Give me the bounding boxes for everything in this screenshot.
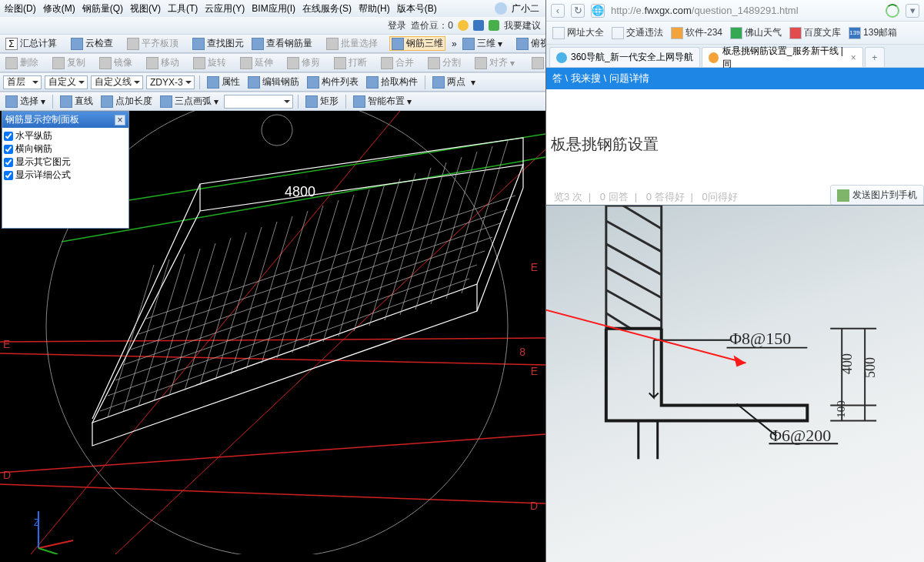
btn-extend[interactable]: 延伸 [238, 55, 275, 70]
url-prefix: http://e. [611, 5, 644, 16]
rebar-display-panel[interactable]: 钢筋显示控制面板 × 水平纵筋 横向钢筋 显示其它图元 显示详细公式 [2, 111, 129, 229]
stat-good[interactable]: 0 答得好 [646, 191, 685, 202]
chat-icon[interactable] [489, 20, 499, 31]
btn-elemlist[interactable]: 构件列表 [305, 75, 361, 89]
tab-question-icon [709, 52, 719, 63]
btn-editrebar[interactable]: 编辑钢筋 [245, 75, 302, 89]
btn-offset[interactable]: 偏移 [529, 55, 545, 70]
btn-smart[interactable]: 智能布置▾ [351, 94, 414, 109]
btn-rotate[interactable]: 旋转 [191, 55, 228, 70]
back-button[interactable]: ‹ [551, 4, 565, 18]
btn-copy[interactable]: 复制 [50, 55, 88, 70]
stat-views: 览3 次 [554, 191, 582, 202]
menu-view[interactable]: 视图(V) [127, 1, 164, 17]
btn-flattop[interactable]: 平齐板顶 [125, 36, 181, 51]
btn-3d[interactable]: 三维▾ [460, 36, 505, 51]
btn-pickelem[interactable]: 拾取构件 [364, 75, 420, 89]
btn-select[interactable]: 选择▾ [3, 94, 48, 109]
btn-split[interactable]: 分割 [425, 55, 463, 70]
btn-rebar3d[interactable]: 钢筋三维 [389, 36, 445, 51]
panel-close-icon[interactable]: × [115, 115, 125, 125]
btn-trim[interactable]: 修剪 [285, 55, 322, 70]
btn-findrebar[interactable]: 查看钢筋量 [249, 36, 315, 51]
chk-other[interactable]: 显示其它图元 [4, 156, 127, 169]
svg-line-49 [623, 206, 662, 229]
picker-icon [366, 76, 379, 89]
send-to-phone-button[interactable]: 发送图片到手机 [830, 185, 924, 206]
label-100: 100 [835, 400, 848, 418]
bean-icon [458, 20, 469, 31]
bmk-weather[interactable]: 佛山天气 [730, 26, 782, 39]
btn-twopt[interactable]: 两点 [430, 75, 468, 89]
picture-icon [837, 189, 849, 202]
suggest-link[interactable]: 我要建议 [504, 19, 541, 32]
btn-merge[interactable]: 合并 [379, 55, 416, 70]
btn-addlen[interactable]: 点加长度 [98, 94, 155, 109]
btn-batchsel[interactable]: 批量选择 [324, 36, 380, 51]
chk-horiz-box[interactable] [4, 132, 13, 141]
bmk-all[interactable]: 网址大全 [552, 26, 604, 39]
btn-rect[interactable]: 矩形 [303, 94, 341, 109]
tab-question-label: 板悬挑钢筋设置_服务新干线 | 同 [722, 45, 847, 71]
dropdown-icon[interactable]: ▾ [906, 4, 919, 18]
btn-findelem[interactable]: 查找图元 [190, 36, 246, 51]
chk-formula-box[interactable] [4, 171, 13, 180]
bmk-wenku-icon [789, 27, 802, 39]
btn-delete[interactable]: 删除 [3, 55, 41, 70]
bmk-mail[interactable]: 139139邮箱 [849, 26, 897, 39]
bmk-wenku[interactable]: 百度文库 [789, 26, 841, 39]
btn-attr[interactable]: 属性 [205, 75, 242, 89]
chk-formula[interactable]: 显示详细公式 [4, 169, 127, 182]
tab-question[interactable]: 板悬挑钢筋设置_服务新干线 | 同× [702, 47, 863, 67]
menu-help[interactable]: 帮助(H) [355, 1, 393, 17]
chk-trans[interactable]: 横向钢筋 [4, 142, 127, 156]
menu-modify[interactable]: 修改(M) [40, 1, 78, 17]
login-link[interactable]: 登录 [388, 19, 406, 32]
cad-viewport[interactable]: 4800 E E E 8 D D Z 钢筋显示控制面板 × 水平纵筋 横向钢筋 … [0, 111, 545, 562]
stat-ask[interactable]: 0问得好 [702, 191, 738, 202]
menu-version[interactable]: 版本号(B) [394, 1, 440, 17]
dd-zdyx[interactable]: ZDYX-3 [146, 75, 195, 89]
btn-break[interactable]: 打断 [332, 55, 369, 70]
tab-new[interactable]: + [865, 47, 885, 67]
btn-mirror[interactable]: 镜像 [97, 55, 135, 70]
menu-online[interactable]: 在线服务(S) [299, 1, 355, 17]
bmk-soft[interactable]: 软件-234 [671, 26, 722, 39]
dd-empty[interactable] [224, 95, 293, 109]
dd-floor[interactable]: 首层 [3, 75, 42, 89]
cad-menubar: 绘图(D) 修改(M) 钢筋量(Q) 视图(V) 工具(T) 云应用(Y) BI… [0, 0, 545, 17]
btn-arc3[interactable]: 三点画弧▾ [158, 94, 221, 109]
menu-bim[interactable]: BIM应用(I) [249, 1, 299, 17]
url-field[interactable]: http://e.fwxgx.com/question_1489291.html [611, 5, 879, 16]
chk-other-box[interactable] [4, 158, 13, 167]
dd-customline[interactable]: 自定义线 [91, 75, 143, 89]
list-icon [307, 76, 319, 89]
btn-cloudcheck[interactable]: 云检查 [68, 36, 115, 51]
reload-button[interactable]: ↻ [571, 4, 585, 18]
btn-align[interactable]: 对齐▾ [472, 55, 517, 70]
menu-tool[interactable]: 工具(T) [165, 1, 201, 17]
dd-custom[interactable]: 自定义 [45, 75, 88, 89]
move-icon [146, 57, 158, 69]
tab-close-icon[interactable]: × [851, 52, 856, 63]
chk-horiz[interactable]: 水平纵筋 [4, 129, 127, 142]
axis-z-label: Z [34, 517, 39, 528]
tab-360[interactable]: 360导航_新一代安全上网导航 [549, 47, 700, 67]
menu-user[interactable]: 广小二 [492, 0, 545, 18]
panel-titlebar[interactable]: 钢筋显示控制面板 × [2, 112, 128, 128]
menu-rebarqty[interactable]: 钢筋量(Q) [79, 1, 126, 17]
bmk-all-icon [552, 27, 565, 39]
menu-cloud[interactable]: 云应用(Y) [202, 1, 248, 17]
bmk-traffic[interactable]: 交通违法 [612, 26, 663, 39]
svg-line-1 [0, 353, 545, 365]
btn-line[interactable]: 直线 [58, 94, 95, 109]
bell-icon[interactable] [473, 20, 484, 31]
btn-sum[interactable]: Σ汇总计算 [3, 36, 59, 51]
stat-answers[interactable]: 0 回答 [600, 191, 629, 202]
btn-topview[interactable]: 俯视▾ [514, 36, 545, 51]
chk-trans-box[interactable] [4, 145, 13, 154]
btn-move[interactable]: 移动 [144, 55, 182, 70]
svg-line-19 [246, 216, 292, 369]
pencil-icon [248, 76, 260, 89]
menu-draw[interactable]: 绘图(D) [2, 1, 39, 17]
